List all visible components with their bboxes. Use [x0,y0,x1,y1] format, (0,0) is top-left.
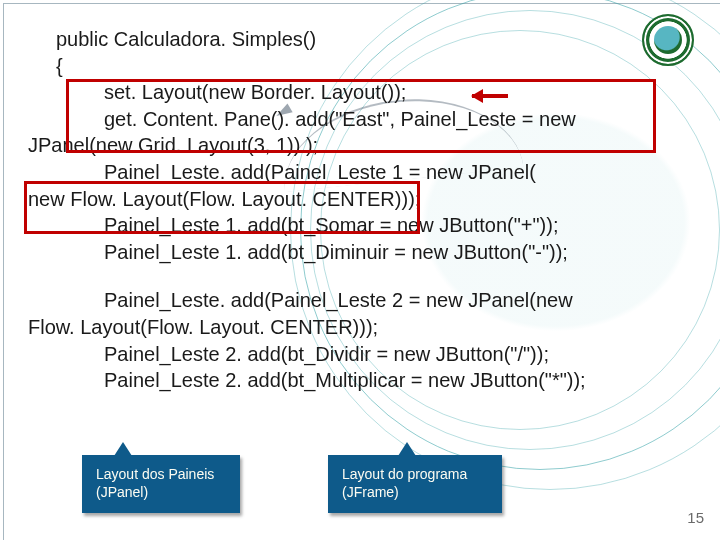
code-line: Painel_Leste 2. add(bt_Multiplicar = new… [28,367,684,394]
arrow-icon [464,90,508,104]
code-line: { [28,53,684,80]
callout-program-layout: Layout do programa (JFrame) [328,455,502,513]
code-line: get. Content. Pane(). add("East", Painel… [28,106,684,133]
code-line: Painel_Leste. add(Painel_Leste 2 = new J… [28,287,684,314]
callout-line: Layout do programa [342,465,488,483]
code-block: public Calculadora. Simples() { set. Lay… [28,26,684,394]
code-line: new Flow. Layout(Flow. Layout. CENTER)))… [28,186,684,213]
callout-line: (JPanel) [96,483,226,501]
code-line: public Calculadora. Simples() [28,26,684,53]
code-line: Painel_Leste 1. add(bt_Somar = new JButt… [28,212,684,239]
institution-logo [642,14,694,66]
code-line: Painel_Leste. add(Painel_Leste 1 = new J… [28,159,684,186]
callout-line: Layout dos Paineis [96,465,226,483]
code-line: JPanel(new Grid. Layout(3, 1)) ); [28,132,684,159]
code-line: set. Layout(new Border. Layout()); [28,79,684,106]
code-line: Painel_Leste 1. add(bt_Diminuir = new JB… [28,239,684,266]
callouts-row: Layout dos Paineis (JPanel) Layout do pr… [0,440,720,522]
callout-line: (JFrame) [342,483,488,501]
page-number: 15 [687,509,704,526]
code-line: Flow. Layout(Flow. Layout. CENTER))); [28,314,684,341]
callout-panel-layout: Layout dos Paineis (JPanel) [82,455,240,513]
code-line: Painel_Leste 2. add(bt_Dividir = new JBu… [28,341,684,368]
